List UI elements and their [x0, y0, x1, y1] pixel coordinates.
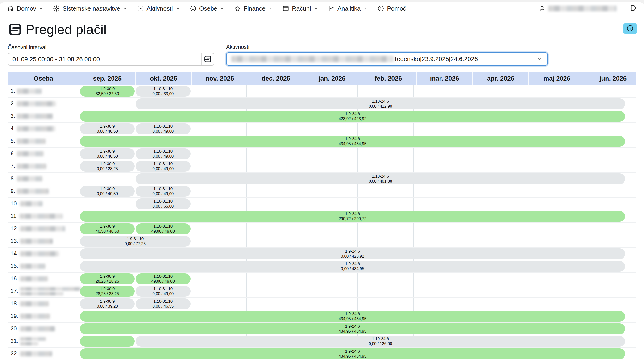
logout-button[interactable] [630, 4, 637, 13]
chevron-down-icon [220, 6, 224, 11]
payment-bar[interactable]: 1.10-31.100,00 / 49,00 [136, 286, 190, 297]
payment-bar[interactable]: 1.9-24.6434,95 / 434,95 [80, 136, 625, 147]
payment-bar[interactable]: 1.10-31.100,00 / 49,00 [136, 123, 190, 134]
payment-bar[interactable]: 1.9-30.90,00 / 40,50 [80, 148, 135, 159]
table-row: 10.1.10-31.100,00 / 65,00 [8, 198, 636, 210]
person-cell: 7. [8, 160, 80, 172]
grid-cell [302, 185, 358, 197]
payment-bar[interactable]: 1.10-24.60,00 / 401,88 [136, 173, 625, 184]
nav-item-finance[interactable]: Finance [234, 5, 273, 12]
payment-bar[interactable]: 1.10-31.1049,00 / 49,00 [136, 223, 190, 234]
grid-cell [414, 85, 470, 97]
person-cell: 9. [8, 185, 80, 197]
payment-bar[interactable]: 1.9-30.90,00 / 39,28 [80, 298, 135, 309]
nav-item-analitika[interactable]: Analitika [328, 5, 368, 12]
person-name-redacted [20, 314, 50, 319]
payment-bar[interactable]: 1.10-31.100,00 / 33,00 [136, 86, 190, 97]
payment-bar[interactable]: 1.10-31.1049,00 / 49,00 [136, 274, 190, 284]
payment-bar[interactable]: 1.9-24.6434,95 / 434,95 [80, 348, 625, 359]
grid-cell [358, 160, 414, 172]
column-header-month: dec. 2025 [248, 72, 304, 85]
payment-bar[interactable]: 1.9-24.6434,95 / 434,95 [80, 324, 625, 334]
chart-line-icon [328, 5, 335, 12]
chevron-down-icon [39, 6, 44, 11]
bar-period: 1.10-31.10 [154, 186, 172, 191]
piggy-bank-icon [234, 5, 241, 12]
timeline: 1.9-24.6290,72 / 290,72 [80, 210, 636, 222]
grid-cell [525, 235, 581, 247]
nav-item-osebe[interactable]: Osebe [190, 5, 225, 12]
timeline: 1.9-31.100,00 / 77,25 [80, 235, 636, 247]
payment-bar[interactable]: 1.10-24.60,00 / 412,90 [136, 98, 625, 109]
nav-item-aktivnosti[interactable]: Aktivnosti [137, 5, 180, 12]
grid-cell [581, 273, 637, 285]
user-menu[interactable] [538, 5, 617, 12]
grid-cell [302, 298, 358, 310]
table-row: 14.1.9-24.60,00 / 423,92 [8, 248, 636, 260]
payment-bar[interactable]: 1.10-31.100,00 / 49,00 [136, 186, 190, 197]
column-header-month: sep. 2025 [79, 72, 135, 85]
payment-bar[interactable]: 1.10-31.100,00 / 49,00 [136, 161, 190, 172]
bar-amount: 434,95 / 434,95 [338, 329, 366, 334]
bar-amount: 49,00 / 49,00 [152, 229, 175, 234]
payment-bar[interactable]: 1.9-30.90,00 / 40,50 [80, 186, 135, 197]
bar-period: 1.9-30.9 [100, 299, 114, 304]
column-header-month: apr. 2026 [472, 72, 528, 85]
payment-bar[interactable]: 1.9-24.60,00 / 423,92 [80, 248, 625, 259]
person-name-redacted [17, 176, 42, 182]
bar-period: 1.9-30.9 [100, 161, 114, 166]
payment-bar[interactable] [80, 336, 135, 347]
nav-item-sistemske-nastavitve[interactable]: Sistemske nastavitve [53, 5, 127, 12]
payment-bar[interactable]: 1.9-31.100,00 / 77,25 [80, 236, 190, 247]
table-row: 8.1.10-24.60,00 / 401,88 [8, 173, 636, 185]
person-cell: 22. [8, 348, 80, 359]
payment-bar[interactable]: 1.9-24.6423,92 / 423,92 [80, 111, 625, 122]
nav-item-pomoc[interactable]: Pomoč [377, 5, 406, 12]
bar-period: 1.10-31.10 [154, 286, 172, 291]
table-row: 3.1.9-24.6423,92 / 423,92 [8, 110, 636, 123]
payment-bar[interactable]: 1.10-31.100,00 / 65,00 [136, 198, 190, 209]
grid-cell [358, 235, 414, 247]
payment-bar[interactable]: 1.9-30.932,50 / 32,50 [80, 86, 135, 97]
table-row: 2.1.10-24.60,00 / 412,90 [8, 98, 636, 110]
nav-label: Domov [17, 5, 36, 12]
interval-filter: Časovni interval 01.09.25 00:00 - 31.08.… [8, 44, 214, 66]
info-circle-icon [377, 5, 384, 12]
grid-cell [191, 273, 247, 285]
nav-label: Osebe [199, 5, 218, 12]
payment-bar[interactable]: 1.10-31.100,00 / 46,55 [136, 298, 190, 309]
activities-redacted-text [231, 56, 394, 62]
payment-bar[interactable]: 1.9-30.928,25 / 28,25 [80, 274, 135, 284]
payment-bar[interactable]: 1.10-24.60,00 / 126,00 [136, 336, 625, 347]
timeline: 1.9-30.928,25 / 28,251.10-31.1049,00 / 4… [80, 273, 636, 285]
person-name-redacted [17, 126, 55, 132]
payment-bar[interactable]: 1.9-24.6434,95 / 434,95 [80, 311, 625, 322]
payment-bar[interactable]: 1.9-24.60,00 / 434,95 [80, 261, 625, 272]
interval-input[interactable]: 01.09.25 00:00 - 31.08.26 00:00 [8, 53, 214, 66]
activities-select[interactable]: Tedensko|23.9.2025|24.6.2026 [226, 52, 548, 66]
column-header-oseba: Oseba [8, 72, 79, 85]
payment-bar[interactable]: 1.9-24.6290,72 / 290,72 [80, 211, 625, 222]
person-name-redacted [20, 201, 43, 206]
bar-period: 1.9-24.6 [345, 211, 360, 216]
info-button[interactable] [623, 23, 637, 34]
person-name-redacted [17, 151, 44, 156]
grid-cell [247, 148, 302, 160]
bar-amount: 423,92 / 423,92 [338, 116, 366, 121]
nav-item-racuni[interactable]: Računi [282, 5, 318, 12]
table-row: 22.1.9-24.6434,95 / 434,95 [8, 348, 636, 359]
calendar-button[interactable] [202, 53, 214, 65]
nav-item-domov[interactable]: Domov [7, 5, 44, 12]
grid-cell [581, 148, 637, 160]
payment-bar[interactable]: 1.9-30.940,50 / 40,50 [80, 223, 135, 234]
bar-amount: 0,00 / 423,92 [341, 254, 364, 259]
column-header-month: jun. 2026 [585, 72, 636, 85]
payment-bar[interactable]: 1.9-30.90,00 / 28,25 [80, 161, 135, 172]
payment-bar[interactable]: 1.10-31.100,00 / 49,00 [136, 148, 190, 159]
grid-cell [414, 148, 470, 160]
payment-bar[interactable]: 1.9-30.90,00 / 40,50 [80, 123, 135, 134]
payment-bar[interactable]: 1.9-30.928,25 / 28,25 [80, 286, 135, 297]
table-row: 1.1.9-30.932,50 / 32,501.10-31.100,00 / … [8, 85, 636, 98]
bar-period: 1.9-30.9 [100, 286, 114, 291]
timeline: 1.9-24.60,00 / 434,95 [80, 260, 636, 272]
